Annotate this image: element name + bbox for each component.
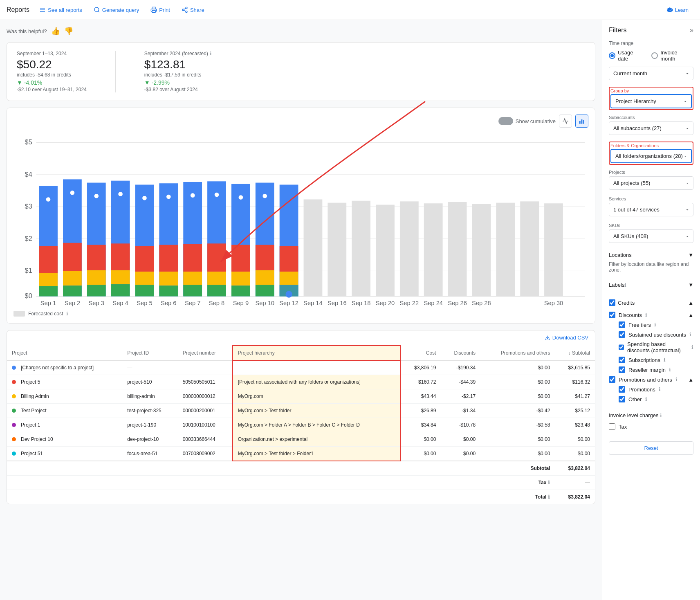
other-item: Other ℹ (619, 394, 693, 404)
share-button[interactable]: Share (177, 4, 209, 16)
skus-select[interactable]: All SKUs (408) (609, 229, 693, 243)
forecasted-info-icon[interactable]: ℹ (210, 51, 212, 56)
thumbs-up-button[interactable]: 👍 (51, 27, 60, 36)
other-info-icon[interactable]: ℹ (645, 396, 647, 402)
sustained-checkbox[interactable] (619, 331, 625, 338)
discounts-children: Free tiers ℹ Sustained use discounts ℹ S… (609, 320, 693, 375)
svg-rect-11 (579, 121, 581, 124)
invoice-charges-info-icon[interactable]: ℹ (660, 413, 662, 418)
spending-info-icon[interactable]: ℹ (691, 344, 693, 350)
svg-text:Sep 22: Sep 22 (400, 300, 419, 306)
free-tiers-info-icon[interactable]: ℹ (654, 322, 656, 328)
credits-checkbox[interactable] (609, 299, 615, 306)
total-info-icon[interactable]: ℹ (548, 494, 550, 500)
svg-rect-34 (63, 285, 82, 296)
credits-section: Credits ▲ Discounts ℹ ▲ Free tiers ℹ (609, 297, 693, 406)
svg-point-40 (94, 193, 99, 199)
svg-rect-32 (63, 243, 82, 271)
reseller-info-icon[interactable]: ℹ (669, 367, 671, 373)
reset-button[interactable]: Reset (609, 441, 693, 455)
other-checkbox[interactable] (619, 396, 625, 402)
svg-text:Sep 3: Sep 3 (89, 300, 104, 306)
current-month-select[interactable]: Current month (609, 67, 693, 80)
sustained-info-icon[interactable]: ℹ (689, 332, 691, 337)
col-promotions: Promotions and others (480, 346, 555, 360)
discounts-checkbox[interactable] (609, 312, 615, 318)
print-button[interactable]: Print (146, 4, 175, 16)
svg-point-35 (70, 190, 75, 196)
download-icon (545, 335, 550, 341)
svg-point-55 (166, 194, 171, 199)
labels-toggle[interactable]: Labels ℹ ▼ (609, 279, 693, 290)
forecast-info-icon[interactable]: ℹ (66, 311, 68, 317)
svg-text:Sep 5: Sep 5 (137, 300, 152, 306)
generate-query-button[interactable]: Generate query (89, 4, 144, 16)
cost-table: Project Project ID Project number Projec… (7, 345, 595, 504)
svg-text:$5: $5 (25, 138, 32, 146)
learn-button[interactable]: Learn (662, 4, 693, 16)
promotions-others-info-icon[interactable]: ℹ (675, 377, 678, 382)
subaccounts-select[interactable]: All subaccounts (27) (609, 121, 693, 135)
helpful-bar: Was this helpful? 👍 👎 (7, 27, 595, 36)
svg-rect-67 (231, 245, 250, 272)
table-row: Test Project test-project-325 0000002000… (7, 403, 595, 418)
subscriptions-info-icon[interactable]: ℹ (664, 357, 666, 363)
period1-amount: $50.22 (17, 58, 87, 71)
skus-label: SKUs (609, 223, 693, 228)
svg-text:Sep 6: Sep 6 (161, 300, 176, 306)
locations-section: Locations ▼ Filter by location data like… (609, 249, 693, 273)
time-range-label: Time range (609, 40, 693, 46)
credits-toggle[interactable]: Credits ▲ (609, 297, 693, 308)
folders-select[interactable]: All folders/organizations (28) (610, 149, 692, 163)
svg-point-7 (182, 9, 184, 11)
line-chart-button[interactable] (559, 115, 572, 128)
free-tiers-checkbox[interactable] (619, 321, 625, 328)
usage-date-radio[interactable]: Usage date (609, 49, 645, 62)
svg-point-65 (214, 192, 219, 198)
svg-text:Sep 16: Sep 16 (328, 300, 347, 306)
period2-change: ▼ -2.99% (144, 79, 212, 86)
download-csv-button[interactable]: Download CSV (545, 335, 588, 341)
chevron-up-icon-discounts: ▲ (688, 312, 693, 318)
see-all-reports-button[interactable]: See all reports (34, 4, 87, 16)
promotions-checkbox[interactable] (619, 386, 625, 393)
svg-rect-92 (544, 203, 563, 296)
svg-rect-91 (520, 201, 539, 296)
locations-toggle[interactable]: Locations ▼ (609, 249, 693, 261)
promotions-others-checkbox[interactable] (609, 376, 615, 383)
labels-info-icon[interactable]: ℹ (624, 282, 626, 288)
thumbs-down-button[interactable]: 👎 (64, 27, 73, 36)
collapse-sidebar-button[interactable]: » (690, 27, 693, 34)
promotions-others-header: Promotions and others ℹ ▲ (609, 375, 693, 384)
subscriptions-checkbox[interactable] (619, 357, 625, 363)
promotions-info-icon[interactable]: ℹ (659, 387, 661, 392)
tax-info-icon[interactable]: ℹ (548, 480, 550, 485)
group-by-select[interactable]: Project Hierarchy (610, 94, 692, 108)
discounts-info-icon[interactable]: ℹ (645, 312, 647, 318)
svg-rect-47 (135, 246, 154, 272)
filters-title: Filters » (609, 27, 693, 34)
svg-point-60 (190, 193, 195, 198)
invoice-month-radio[interactable]: Invoice month (651, 49, 693, 62)
cumulative-switch[interactable] (498, 117, 513, 125)
bar-chart-button[interactable] (575, 115, 588, 128)
projects-label: Projects (609, 170, 693, 175)
svg-text:Sep 18: Sep 18 (352, 300, 371, 306)
svg-rect-39 (87, 285, 106, 297)
reseller-checkbox[interactable] (619, 366, 625, 373)
labels-section: Labels ℹ ▼ (609, 279, 693, 290)
invoice-tax-checkbox[interactable] (609, 423, 615, 430)
folders-section: Folders & Organizations All folders/orga… (609, 142, 693, 165)
svg-rect-87 (424, 203, 443, 296)
svg-text:Sep 1: Sep 1 (40, 300, 56, 306)
spending-item: Spending based discounts (contractual) ℹ (619, 339, 693, 355)
spending-checkbox[interactable] (619, 344, 624, 351)
show-cumulative-toggle[interactable]: Show cumulative (498, 117, 556, 125)
period2-label: September 2024 (forecasted) ℹ (144, 51, 212, 56)
svg-rect-48 (135, 272, 154, 285)
projects-section: Projects All projects (55) (609, 170, 693, 190)
table-row: Billing Admin billing-admin 000000000012… (7, 389, 595, 403)
services-select[interactable]: 1 out of 47 services (609, 203, 693, 216)
projects-select[interactable]: All projects (55) (609, 176, 693, 190)
totals-row: Subtotal $3,822.04 (7, 461, 595, 476)
